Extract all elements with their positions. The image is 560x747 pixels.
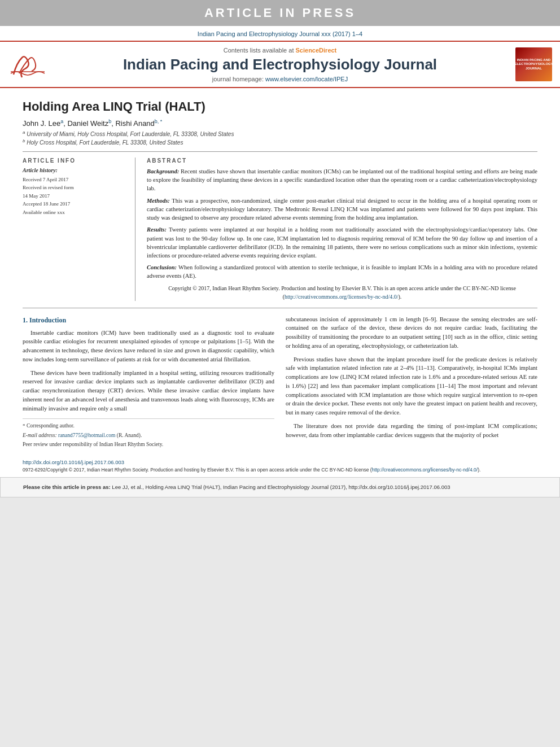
body-left-col: 1. Introduction Insertable cardiac monit… — [23, 315, 274, 451]
journal-center: Contents lists available at ScienceDirec… — [53, 47, 507, 82]
article-info-abstract-section: ARTICLE INFO Article history: Received 7… — [23, 151, 537, 301]
sciencedirect-line: Contents lists available at ScienceDirec… — [53, 47, 507, 54]
author-3: Rishi Anand — [115, 119, 154, 128]
abstract-results: Results: Twenty patients were implanted … — [147, 225, 537, 260]
abstract-text: Background: Recent studies have shown th… — [147, 167, 537, 301]
author-3-sup: b, * — [155, 119, 163, 124]
right-para-1: subcutaneous incision of approximately 1… — [286, 315, 537, 351]
article-in-press-text: ARTICLE IN PRESS — [204, 6, 356, 20]
footnote-corresponding: * Corresponding author. — [23, 422, 274, 430]
abstract-background: Background: Recent studies have shown th… — [147, 167, 537, 193]
journal-header: Indian Pacing and Electrophysiology Jour… — [0, 26, 560, 38]
authors-line: John J. Leea, Daniel Weitzb, Rishi Anand… — [23, 119, 537, 128]
journal-logo-left — [8, 46, 53, 82]
section-divider — [23, 308, 537, 308]
affiliations: a University of Miami, Holy Cross Hospit… — [23, 130, 537, 146]
article-info-label: ARTICLE INFO — [23, 158, 127, 164]
abstract-copyright: Copyright © 2017, Indian Heart Rhythm So… — [147, 284, 537, 301]
article-info-column: ARTICLE INFO Article history: Received 7… — [23, 158, 135, 301]
affiliation-2: b Holy Cross Hospital, Fort Lauderdale, … — [23, 138, 537, 146]
affiliation-1: a University of Miami, Holy Cross Hospit… — [23, 130, 537, 137]
author-1: John J. Lee — [23, 119, 60, 128]
citation-box: Please cite this article in press as: Le… — [0, 477, 560, 497]
abstract-label: ABSTRACT — [147, 158, 537, 164]
journal-logo-right: INDIAN PACING AND ELECTROPHYSIOLOGY JOUR… — [507, 47, 552, 81]
bottom-doi: http://dx.doi.org/10.1016/j.ipej.2017.06… — [23, 459, 537, 465]
author-1-sup: a — [60, 119, 63, 124]
intro-para-2: These devices have been traditionally im… — [23, 369, 274, 413]
footnotes-area: * Corresponding author. E-mail address: … — [23, 418, 274, 448]
journal-logo-right-text: INDIAN PACING AND ELECTROPHYSIOLOGY JOUR… — [513, 57, 554, 72]
footnote-peer-review: Peer review under responsibility of Indi… — [23, 441, 274, 448]
intro-para-1: Insertable cardiac monitors (ICM) have b… — [23, 329, 274, 364]
author-2: Daniel Weitz — [67, 119, 108, 128]
journal-logo-icon — [8, 46, 47, 80]
journal-ref-line: Indian Pacing and Electrophysiology Jour… — [0, 30, 560, 37]
journal-header-box: Contents lists available at ScienceDirec… — [0, 41, 560, 88]
abstract-methods: Methods: This was a prospective, non-ran… — [147, 196, 537, 222]
journal-homepage-link[interactable]: www.elsevier.com/locate/IPEJ — [265, 76, 348, 82]
author-2-sup: b — [108, 119, 111, 124]
article-in-press-banner: ARTICLE IN PRESS — [0, 0, 560, 26]
journal-logo-right-box: INDIAN PACING AND ELECTROPHYSIOLOGY JOUR… — [515, 47, 552, 81]
article-dates: Received 7 April 2017 Received in revise… — [23, 176, 127, 216]
introduction-heading: 1. Introduction — [23, 315, 274, 325]
main-content: Holding Area LINQ Trial (HALT) John J. L… — [0, 90, 560, 456]
body-section: 1. Introduction Insertable cardiac monit… — [23, 315, 537, 451]
bottom-copyright: 0972-6292/Copyright © 2017, Indian Heart… — [23, 466, 537, 474]
right-para-3: The literature does not provide data reg… — [286, 422, 537, 440]
article-history-label: Article history: — [23, 167, 127, 173]
page: ARTICLE IN PRESS Indian Pacing and Elect… — [0, 0, 560, 497]
bottom-links: http://dx.doi.org/10.1016/j.ipej.2017.06… — [0, 456, 560, 477]
sciencedirect-link: ScienceDirect — [296, 47, 337, 54]
journal-title: Indian Pacing and Electrophysiology Jour… — [53, 56, 507, 73]
abstract-conclusion: Conclusion: When following a standardize… — [147, 263, 537, 280]
right-para-2: Previous studies have shown that the imp… — [286, 355, 537, 417]
abstract-column: ABSTRACT Background: Recent studies have… — [147, 158, 537, 301]
footnote-email: E-mail address: ranand7755@hotmail.com (… — [23, 432, 274, 439]
journal-homepage-line: journal homepage: www.elsevier.com/locat… — [53, 76, 507, 82]
article-title: Holding Area LINQ Trial (HALT) — [23, 99, 537, 114]
body-right-col: subcutaneous incision of approximately 1… — [286, 315, 537, 451]
